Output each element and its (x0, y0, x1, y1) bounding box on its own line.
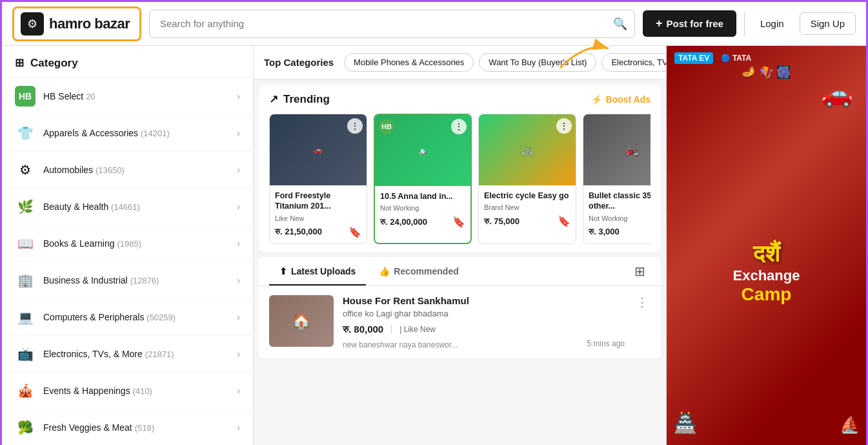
ad-exchange-text: Exchange (733, 267, 800, 284)
apparels-icon: 👕 (15, 123, 35, 143)
sidebar-item-computers[interactable]: 💻 Computers & Peripherals (50259) › (2, 299, 253, 336)
search-input[interactable] (149, 10, 635, 38)
house-image: 🏠 (269, 295, 334, 347)
ford-condition: Like New (275, 214, 361, 222)
sidebar-item-hb-select[interactable]: HB HB Select 20 › (2, 78, 253, 115)
trending-card-ford[interactable]: 🚗 ⋮ Ford Freestyle Titanium 201... Like … (269, 114, 367, 244)
house-location: new baneshwar naya baneswor... (343, 340, 458, 349)
cycle-bookmark[interactable]: 🔖 (558, 215, 570, 227)
ford-price-row: रु. 21,50,000 🔖 (275, 226, 361, 238)
sidebar-item-fresh-veggies-label: Fresh Veggies & Meat (518) (43, 422, 229, 433)
anna-more-button[interactable]: ⋮ (451, 119, 467, 134)
upload-icon: ⬆ (279, 266, 287, 276)
anna-bookmark[interactable]: 🔖 (452, 216, 465, 228)
latest-section: ⬆ Latest Uploads 👍 Recommended ⊞ 🏠 (259, 257, 661, 359)
sidebar-item-automobiles-label: Automobiles (13650) (43, 165, 229, 175)
tab-recommended-label: Recommended (394, 266, 458, 276)
cycle-image: 🚲 ⋮ (479, 114, 576, 185)
chevron-right-icon: › (237, 202, 240, 212)
latest-item-house[interactable]: 🏠 House For Rent Sankhamul office ko Lag… (259, 286, 661, 359)
sidebar-item-events[interactable]: 🎪 Events & Happenings (410) › (2, 373, 253, 409)
sidebar-item-books-label: Books & Learning (1985) (43, 238, 229, 249)
grid-view-button[interactable]: ⊞ (629, 258, 651, 284)
login-button[interactable]: Login (752, 13, 792, 34)
plus-icon: + (656, 17, 663, 30)
ad-dashain-text: दशैं (733, 240, 800, 267)
chevron-right-icon: › (237, 165, 240, 175)
ford-price: रु. 21,50,000 (275, 227, 322, 237)
search-icon-button[interactable]: 🔍 (613, 17, 627, 31)
anna-card-body: 10.5 Anna land in... Not Working रु. 24,… (375, 186, 470, 233)
cycle-more-button[interactable]: ⋮ (556, 118, 572, 134)
house-description: office ko Lagi ghar bhadama (343, 309, 625, 318)
house-info: House For Rent Sankhamul office ko Lagi … (343, 295, 625, 349)
sidebar-item-electronics[interactable]: 📺 Electronics, TVs, & More (21871) › (2, 336, 253, 373)
category-grid-icon: ⊞ (15, 56, 24, 70)
sidebar-item-books[interactable]: 📖 Books & Learning (1985) › (2, 225, 253, 262)
ford-more-button[interactable]: ⋮ (347, 118, 363, 134)
ad-tata-logo: TATA EV 🔵 TATA (674, 54, 751, 63)
sidebar-title: ⊞ Category (2, 46, 253, 78)
house-more-button[interactable]: ⋮ (634, 295, 651, 309)
bullet-card-title: Bullet classic 350 and other... (589, 191, 651, 212)
house-title: House For Rent Sankhamul (343, 295, 625, 306)
post-free-button[interactable]: + Post for free (643, 10, 736, 37)
bullet-price-row: रु. 3,000 🔖 (589, 226, 651, 238)
books-icon: 📖 (15, 233, 35, 254)
bullet-price: रु. 3,000 (589, 227, 620, 237)
house-price: रु. 80,000 (343, 324, 383, 335)
electronics-icon: 📺 (15, 344, 35, 364)
logo-icon: ⚙ (21, 12, 44, 36)
bullet-image: 🏍️ ⋮ (583, 114, 651, 185)
cycle-condition: Brand New (484, 203, 570, 211)
tab-latest-label: Latest Uploads (291, 266, 356, 276)
fresh-veggies-icon: 🥦 (15, 417, 35, 438)
main-content: Top Categories Mobile Phones & Accessori… (254, 46, 666, 445)
house-time: 5 mins ago (587, 339, 625, 348)
main-layout: ⊞ Category HB HB Select 20 › 👕 Apparels … (2, 46, 866, 445)
chevron-right-icon: › (237, 312, 240, 322)
house-price-row: रु. 80,000 | Like New (343, 324, 625, 335)
chevron-right-icon: › (237, 386, 240, 396)
anna-price-row: रु. 24,00,000 🔖 (380, 216, 465, 228)
anna-condition: Not Working (380, 204, 465, 212)
search-container: 🔍 (149, 10, 635, 38)
tab-latest-uploads[interactable]: ⬆ Latest Uploads (269, 257, 366, 285)
sidebar-item-electronics-label: Electronics, TVs, & More (21871) (43, 349, 229, 359)
cycle-card-title: Electric cycle Easy go (484, 191, 570, 201)
bullet-condition: Not Working (589, 214, 651, 222)
trending-card-bullet[interactable]: 🏍️ ⋮ Bullet classic 350 and other... Not… (583, 114, 651, 244)
trending-section: ↗ Trending ⚡ Boost Ads 🚗 ⋮ (259, 85, 661, 252)
trending-card-cycle[interactable]: 🚲 ⋮ Electric cycle Easy go Brand New रु.… (478, 114, 576, 244)
chevron-right-icon: › (237, 349, 240, 359)
bullet-card-body: Bullet classic 350 and other... Not Work… (583, 185, 651, 243)
sidebar-item-computers-label: Computers & Peripherals (50259) (43, 312, 229, 322)
tab-recommended[interactable]: 👍 Recommended (368, 257, 469, 285)
trending-card-anna[interactable]: 🏔️ HB ⋮ 10.5 Anna land in... Not Working… (374, 114, 472, 244)
ford-card-title: Ford Freestyle Titanium 201... (275, 191, 361, 212)
chevron-right-icon: › (237, 91, 240, 101)
anna-image: 🏔️ HB ⋮ (375, 115, 470, 186)
boost-ads-button[interactable]: ⚡ Boost Ads (591, 94, 651, 105)
trending-title: ↗ Trending (269, 92, 330, 106)
content-and-ad: Top Categories Mobile Phones & Accessori… (254, 46, 866, 445)
sidebar-item-fresh-veggies[interactable]: 🥦 Fresh Veggies & Meat (518) › (2, 409, 253, 445)
ford-bookmark[interactable]: 🔖 (348, 226, 361, 238)
sidebar-title-text: Category (30, 57, 78, 70)
post-free-label: Post for free (667, 18, 723, 29)
signup-button[interactable]: Sign Up (800, 12, 856, 35)
chevron-right-icon: › (237, 422, 240, 433)
ad-image: TATA EV 🔵 TATA 🚗 🪔 🪁 🎆 दशैं Exchange Cam… (667, 46, 866, 445)
latest-tabs: ⬆ Latest Uploads 👍 Recommended ⊞ (259, 257, 661, 286)
sidebar-item-automobiles[interactable]: ⚙ Automobiles (13650) › (2, 152, 253, 189)
trending-header: ↗ Trending ⚡ Boost Ads (269, 92, 651, 106)
ad-panel: TATA EV 🔵 TATA 🚗 🪔 🪁 🎆 दशैं Exchange Cam… (666, 46, 866, 445)
automobiles-icon: ⚙ (15, 160, 35, 180)
sidebar-item-business[interactable]: 🏢 Business & Industrial (12876) › (2, 262, 253, 299)
cycle-price-row: रु. 75,000 🔖 (484, 215, 570, 227)
ad-camp-text: Camp (733, 284, 800, 305)
sidebar-item-events-label: Events & Happenings (410) (43, 386, 229, 396)
top-cat-mobile-phones[interactable]: Mobile Phones & Accessories (344, 53, 474, 72)
sidebar-item-beauty[interactable]: 🌿 Beauty & Health (14661) › (2, 189, 253, 225)
sidebar-item-apparels[interactable]: 👕 Apparels & Accessories (14201) › (2, 115, 253, 152)
